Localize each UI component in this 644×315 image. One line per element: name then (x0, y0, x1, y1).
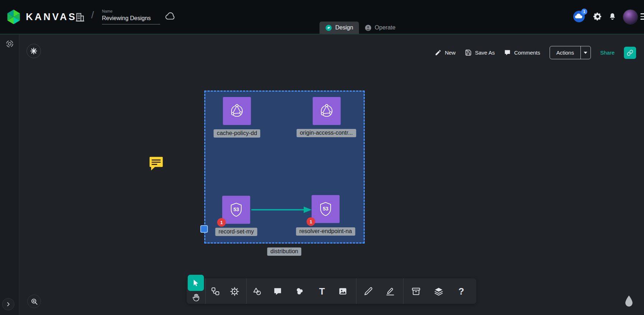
node-label[interactable]: cache-policy-dd (214, 129, 260, 138)
text-tool-icon: T (319, 287, 325, 296)
notification-count-badge: 1 (581, 9, 587, 15)
pencil-icon (435, 49, 442, 56)
design-tab-icon (325, 24, 332, 31)
save-icon (465, 49, 472, 56)
text-tool[interactable]: T (314, 284, 330, 299)
node-record-set[interactable]: 53 (222, 196, 250, 224)
sync-status-button[interactable] (164, 11, 177, 21)
tab-design[interactable]: Design (319, 22, 359, 34)
comment-bubble-icon (149, 156, 164, 172)
comment-tool[interactable] (270, 284, 285, 299)
dock-divider (403, 278, 403, 304)
sidebar-expand-button[interactable] (2, 298, 14, 310)
organization-button[interactable] (74, 11, 86, 23)
node-label[interactable]: record-set-my (215, 228, 257, 236)
cursor-icon (192, 279, 200, 287)
pen-icon (386, 287, 395, 296)
cloudfront-globe-icon (228, 102, 246, 120)
tools-dock: T (187, 278, 476, 304)
overflow-menu-button[interactable] (640, 13, 644, 20)
cloud-icon (165, 12, 176, 20)
helm-tool[interactable] (227, 284, 242, 299)
app-header: KANVAS / Name (0, 0, 644, 34)
kanvas-app: KANVAS / Name (0, 0, 644, 315)
hamburger-icon (640, 13, 644, 14)
save-as-label: Save As (475, 50, 495, 56)
pencil-outline-icon (364, 287, 373, 296)
dock-divider (246, 278, 247, 304)
svg-text:53: 53 (233, 207, 239, 212)
group-label-distribution[interactable]: distribution (267, 247, 301, 256)
node-label[interactable]: resolver-endpoint-na (296, 227, 355, 236)
meshery-ring-icon[interactable] (5, 39, 14, 48)
metaballs-tool[interactable] (292, 284, 307, 299)
image-tool[interactable] (335, 284, 350, 299)
link-icon (627, 50, 633, 56)
dock-divider (205, 278, 206, 304)
error-count-badge[interactable]: 1 (307, 217, 315, 226)
archive-drawer-icon (411, 287, 421, 296)
workflow-tool[interactable] (208, 284, 223, 299)
image-icon (338, 287, 347, 296)
node-cache-policy[interactable] (223, 97, 251, 125)
logo-text: KANVAS (26, 11, 77, 23)
cloudfront-globe-icon (317, 102, 336, 120)
actions-dropdown-toggle[interactable] (580, 46, 591, 59)
new-button[interactable]: New (435, 49, 456, 56)
pen-tool[interactable] (383, 284, 398, 299)
help-tool[interactable]: ? (454, 284, 469, 299)
node-origin-access-control[interactable] (313, 97, 341, 125)
route53-shield-icon: 53 (227, 200, 246, 219)
mode-tabs: Design Operate (319, 22, 401, 34)
new-label: New (445, 50, 456, 56)
helm-wheel-icon (230, 287, 239, 296)
error-count-badge[interactable]: 1 (217, 218, 226, 227)
help-icon: ? (458, 287, 464, 296)
comment-marker[interactable] (149, 156, 164, 173)
copy-link-button[interactable] (624, 47, 636, 59)
edge-record-to-resolver[interactable] (250, 204, 314, 215)
operate-tab-icon (365, 24, 372, 31)
layers-icon (434, 287, 443, 296)
settings-button[interactable] (592, 11, 603, 22)
pan-tool[interactable] (190, 292, 202, 303)
selection-handle[interactable] (200, 225, 208, 233)
design-name-field: Name (102, 9, 160, 24)
zoom-in-icon (31, 298, 38, 305)
metaballs-icon (295, 287, 304, 296)
tab-operate-label: Operate (375, 24, 396, 31)
dock-divider (356, 278, 356, 304)
comments-button[interactable]: Comments (504, 49, 540, 56)
select-tool[interactable] (188, 275, 204, 291)
save-as-button[interactable]: Save As (465, 49, 495, 56)
design-name-input[interactable] (102, 14, 160, 24)
workflow-icon (211, 287, 220, 296)
layers-tool[interactable] (431, 284, 446, 299)
comment-icon (504, 49, 511, 56)
shapes-tool[interactable] (249, 284, 265, 299)
building-icon (75, 12, 85, 22)
share-button[interactable]: Share (600, 50, 615, 56)
ink-drop-button[interactable] (622, 294, 636, 310)
notifications-button[interactable] (607, 11, 617, 22)
node-resolver-endpoint[interactable]: 53 (312, 195, 340, 223)
whats-new-button[interactable] (27, 44, 41, 58)
chevron-right-icon (5, 301, 11, 307)
ink-drop-icon (623, 294, 635, 309)
kanvas-logo-icon (6, 9, 22, 25)
node-label[interactable]: origin-access-contr... (297, 129, 356, 137)
bell-icon (608, 12, 617, 21)
kanvas-logo: KANVAS (6, 9, 77, 25)
zoom-button[interactable] (27, 295, 41, 308)
archive-tool[interactable] (409, 284, 424, 299)
cloud-provider-button[interactable]: 1 (573, 10, 585, 23)
route53-shield-icon: 53 (316, 200, 335, 218)
svg-text:53: 53 (323, 206, 328, 212)
tab-design-label: Design (335, 24, 353, 31)
user-avatar[interactable] (623, 10, 638, 24)
name-label: Name (102, 9, 160, 13)
sketch-tool[interactable] (361, 284, 376, 299)
flower-icon (30, 47, 38, 55)
tab-operate[interactable]: Operate (359, 22, 401, 34)
actions-button[interactable]: Actions (550, 46, 591, 59)
